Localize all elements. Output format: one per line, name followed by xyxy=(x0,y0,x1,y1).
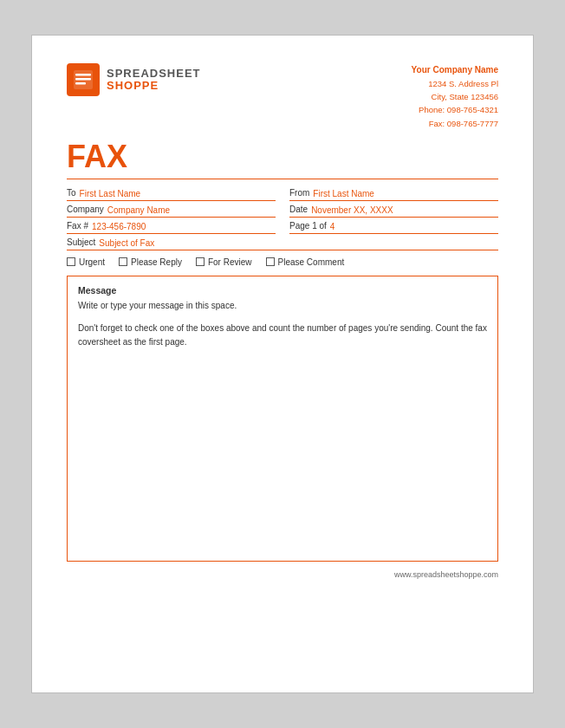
from-value: First Last Name xyxy=(313,189,498,198)
subject-row: Subject Subject of Fax xyxy=(67,237,498,250)
date-field: Date November XX, XXXX xyxy=(289,205,498,218)
checkbox-please-reply-box[interactable] xyxy=(119,257,127,266)
checkboxes-row: Urgent Please Reply For Review Please Co… xyxy=(67,257,498,267)
company-label: Company xyxy=(67,205,104,215)
page-label: Page 1 of xyxy=(289,221,327,231)
subject-value: Subject of Fax xyxy=(99,238,498,248)
footer: www.spreadsheetshoppe.com xyxy=(67,570,498,579)
company-name: Your Company Name xyxy=(412,63,498,77)
checkbox-for-review[interactable]: For Review xyxy=(196,257,252,267)
company-field: Company Company Name xyxy=(67,205,276,218)
fax-num-field: Fax # 123-456-7890 xyxy=(67,221,276,234)
brand-top: SPREADSHEET xyxy=(107,68,201,80)
fax-num-label: Fax # xyxy=(67,221,88,231)
to-from-row: To First Last Name From First Last Name xyxy=(67,188,498,201)
checkbox-please-reply-label: Please Reply xyxy=(131,257,182,267)
to-value: First Last Name xyxy=(80,189,276,198)
message-body: Write or type your message in this space… xyxy=(78,299,487,349)
page-value: 4 xyxy=(330,222,498,231)
checkbox-please-comment-label: Please Comment xyxy=(278,257,345,267)
message-box: Message Write or type your message in th… xyxy=(67,276,498,562)
checkbox-for-review-label: For Review xyxy=(208,257,252,267)
brand-bottom: SHOPPE xyxy=(107,80,201,92)
page-field: Page 1 of 4 xyxy=(289,221,498,234)
subject-label: Subject xyxy=(67,237,95,248)
title-divider xyxy=(67,179,498,179)
checkbox-urgent[interactable]: Urgent xyxy=(67,257,105,267)
from-field: From First Last Name xyxy=(289,188,498,201)
footer-url: www.spreadsheetshoppe.com xyxy=(394,570,498,579)
fax-page: SPREADSHEET SHOPPE Your Company Name 123… xyxy=(31,35,534,693)
message-line2: Don't forget to check one of the boxes a… xyxy=(78,322,487,349)
checkbox-urgent-label: Urgent xyxy=(79,257,105,267)
logo-icon xyxy=(67,63,100,96)
to-label: To xyxy=(67,188,76,198)
company-value: Company Name xyxy=(107,205,276,215)
message-title: Message xyxy=(78,285,487,296)
checkbox-please-reply[interactable]: Please Reply xyxy=(119,257,182,267)
company-city: City, State 123456 xyxy=(412,90,498,103)
form-section: To First Last Name From First Last Name … xyxy=(67,188,498,250)
date-value: November XX, XXXX xyxy=(311,205,498,215)
company-date-row: Company Company Name Date November XX, X… xyxy=(67,205,498,218)
checkbox-please-comment-box[interactable] xyxy=(266,257,275,266)
fax-num-value: 123-456-7890 xyxy=(92,222,276,231)
svg-rect-2 xyxy=(75,78,91,81)
checkbox-urgent-box[interactable] xyxy=(67,257,75,266)
to-field: To First Last Name xyxy=(67,188,276,201)
logo-text: SPREADSHEET SHOPPE xyxy=(107,68,201,93)
checkbox-for-review-box[interactable] xyxy=(196,257,205,266)
checkbox-please-comment[interactable]: Please Comment xyxy=(266,257,345,267)
svg-rect-1 xyxy=(75,74,91,76)
fax-title: FAX xyxy=(67,139,498,175)
company-phone: Phone: 098-765-4321 xyxy=(412,103,498,116)
company-fax: Fax: 098-765-7777 xyxy=(412,117,498,130)
company-address: 1234 S. Address Pl xyxy=(412,77,498,90)
message-line1: Write or type your message in this space… xyxy=(78,299,487,313)
company-info: Your Company Name 1234 S. Address Pl Cit… xyxy=(412,63,498,130)
fax-page-row: Fax # 123-456-7890 Page 1 of 4 xyxy=(67,221,498,234)
svg-rect-3 xyxy=(75,82,86,85)
date-label: Date xyxy=(289,205,308,215)
from-label: From xyxy=(289,188,309,198)
logo-area: SPREADSHEET SHOPPE xyxy=(67,63,201,96)
header: SPREADSHEET SHOPPE Your Company Name 123… xyxy=(67,63,498,130)
